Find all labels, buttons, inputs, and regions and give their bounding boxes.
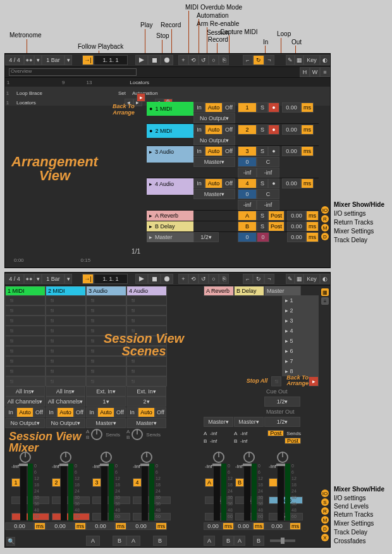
arrangement-view-icon[interactable]: ≡	[321, 297, 329, 305]
track-delay[interactable]: 0.00	[282, 178, 301, 188]
track-header-1[interactable]: ● 1 MIDI	[147, 102, 193, 116]
quantize-dropdown[interactable]: ▾	[64, 274, 72, 284]
clip-slot[interactable]: ◾	[5, 305, 46, 316]
io-in-type[interactable]: All Ins ▾	[5, 386, 45, 397]
scene-launch[interactable]: ▸ 3	[282, 316, 319, 326]
fader[interactable]	[142, 464, 148, 520]
return-b-header[interactable]: ▸ B Delay	[147, 221, 193, 231]
session-track-2[interactable]: 2 MIDI	[46, 286, 86, 296]
mon-off[interactable]: Off	[74, 407, 85, 417]
monitor-in[interactable]: In	[193, 146, 205, 156]
midi-edit-button[interactable]: ▦	[295, 274, 303, 284]
record-button[interactable]	[161, 55, 173, 65]
fader[interactable]	[20, 464, 27, 520]
session-track-4[interactable]: 4 Audio	[126, 286, 167, 296]
post-b[interactable]: Post	[285, 438, 301, 444]
track-header-4[interactable]: ▸ 4 Audio	[147, 178, 193, 195]
track-activator[interactable]: A	[205, 478, 214, 487]
capture-midi-button[interactable]: ⎘	[219, 55, 229, 65]
clip-slot[interactable]: ◾	[5, 356, 46, 366]
return-a-header[interactable]: ▸ A Reverb	[147, 211, 193, 221]
quantize-dropdown[interactable]: ▾	[64, 55, 72, 65]
vol-readout[interactable]: 0	[238, 157, 257, 167]
clip-slot[interactable]: ◾	[5, 336, 46, 346]
stop-button[interactable]	[148, 55, 161, 65]
arm-button[interactable]: ●	[268, 146, 279, 156]
mon-off[interactable]: Off	[114, 407, 126, 417]
clip-slot[interactable]: ◾	[46, 336, 86, 346]
track-activator[interactable]: 4	[238, 178, 257, 188]
clip-slot[interactable]: ◾	[46, 326, 86, 336]
delay-ms[interactable]: ms	[301, 178, 314, 188]
pan-knob-icon[interactable]	[19, 451, 32, 464]
delay-ms[interactable]: ms	[156, 522, 167, 530]
loop-out-button[interactable]: ¬	[264, 274, 274, 284]
return-b-delay[interactable]: 0.00	[287, 221, 306, 231]
track-activator[interactable]: 4	[133, 478, 142, 487]
quantize[interactable]: 1 Bar	[42, 55, 64, 65]
key-button[interactable]: Key	[303, 55, 320, 65]
scene-launch[interactable]: ▸ 1	[282, 295, 319, 305]
monitor-in[interactable]: In	[193, 102, 205, 113]
mon-auto[interactable]: Auto	[57, 407, 74, 417]
solo-button[interactable]: S	[257, 102, 268, 113]
back-to-arrange-button-2[interactable]: ▸	[309, 376, 319, 386]
track-activator[interactable]	[269, 478, 278, 487]
scene-launch[interactable]: ▸ 5	[282, 336, 319, 346]
track-delay[interactable]: 0.00	[126, 522, 156, 530]
fader[interactable]	[278, 464, 284, 520]
track-header-2[interactable]: ● 2 MIDI	[147, 124, 193, 138]
scene-launch[interactable]: ▸ 6	[282, 346, 319, 356]
overview-bar[interactable]: Overview	[9, 68, 137, 76]
pan-knob-icon[interactable]	[59, 451, 72, 464]
quantize[interactable]: 1 Bar	[42, 274, 64, 284]
return-b-ms[interactable]: ms	[306, 221, 319, 231]
midi-map-button[interactable]: ◐	[320, 55, 330, 65]
mixer-toggle[interactable]: M	[321, 516, 329, 524]
track-activator[interactable]: 2	[238, 125, 257, 135]
solo-button[interactable]: S	[257, 125, 268, 135]
return-b-solo[interactable]: S	[257, 221, 268, 231]
xfade-b[interactable]: B	[153, 536, 167, 546]
fader[interactable]	[244, 464, 250, 520]
return-a-delay[interactable]: 0.00	[287, 211, 306, 221]
master-out[interactable]: 1/2 ▾	[193, 232, 219, 242]
session-master[interactable]: Master	[264, 286, 301, 296]
returns-toggle[interactable]: R	[321, 215, 329, 223]
clip-slot[interactable]: ◾	[126, 295, 167, 305]
metronome-dropdown[interactable]: ▾	[34, 274, 42, 284]
output-selector[interactable]: No Output ▾	[193, 135, 235, 145]
track-activator[interactable]: 1	[11, 478, 20, 487]
session-return-a[interactable]: A Reverb	[204, 286, 234, 296]
arm-button[interactable]: ●	[268, 125, 279, 135]
mon-in[interactable]: In	[86, 407, 97, 417]
mon-off[interactable]: Off	[34, 407, 45, 417]
xfade-b[interactable]: B	[223, 536, 234, 546]
track-delay[interactable]: 0.00	[282, 125, 301, 135]
master-delay[interactable]: 0.00	[287, 232, 306, 242]
mon-auto[interactable]: Auto	[97, 407, 114, 417]
follow-playback-button[interactable]: →|	[82, 274, 94, 284]
monitor-off[interactable]: Off	[223, 125, 235, 135]
track-delay[interactable]: 0.00	[5, 522, 34, 530]
midi-map-button[interactable]: ◐	[320, 274, 330, 284]
clip-slot[interactable]: ◾	[5, 295, 46, 305]
automation-arm-button[interactable]: ⟲	[188, 274, 199, 284]
track-activator[interactable]: 3	[92, 478, 101, 487]
delay-ms[interactable]: ms	[301, 102, 314, 113]
delay-ms[interactable]: ms	[75, 522, 86, 530]
record-button[interactable]	[161, 274, 173, 284]
master-out-selector[interactable]: 1/2 ▾	[264, 417, 300, 427]
follow-playback-button[interactable]: →|	[82, 55, 94, 65]
output-selector[interactable]: No Output ▾	[193, 113, 235, 123]
clip-slot[interactable]: ◾	[46, 295, 86, 305]
track-activator[interactable]: B	[235, 478, 244, 487]
xfade-a[interactable]: A	[126, 536, 140, 546]
session-view-icon[interactable]: ▦	[321, 288, 329, 296]
monitor-auto[interactable]: Auto	[205, 102, 223, 113]
clip-slot[interactable]: ◾	[126, 366, 167, 376]
scene-launch[interactable]: ▸ 2	[282, 305, 319, 316]
play-button[interactable]	[135, 274, 148, 284]
monitor-in[interactable]: In	[193, 178, 205, 188]
io-in-chan[interactable]: All Channels ▾	[5, 397, 45, 407]
